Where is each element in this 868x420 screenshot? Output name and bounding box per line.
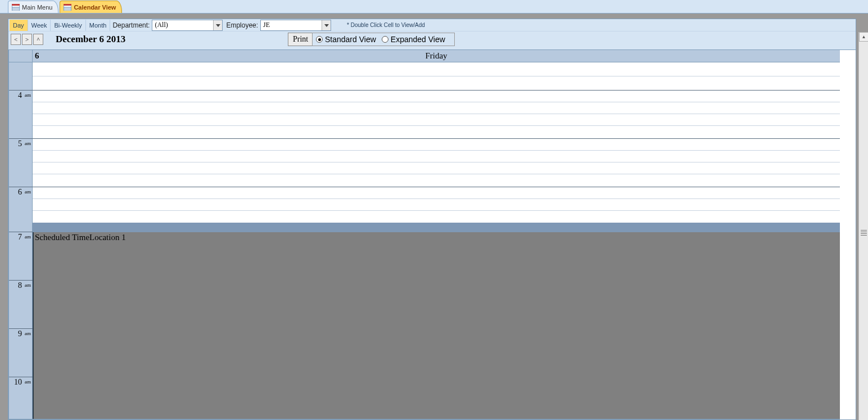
hour-label: 6am (9, 187, 33, 232)
vertical-scrollbar[interactable]: ▲ ▼ (858, 32, 868, 420)
hour-cell[interactable] (33, 139, 840, 187)
date-title: December 6 2013 (56, 34, 125, 45)
day-column-header[interactable]: 6 Friday (33, 50, 840, 62)
hour-number: 4 (18, 91, 22, 100)
inner-blank-column (840, 49, 856, 419)
form-icon (64, 4, 71, 11)
hour-number: 5 (18, 139, 22, 148)
hour-ampm: am (25, 282, 31, 288)
time-slot[interactable] (33, 114, 840, 126)
time-gutter-header (9, 50, 33, 62)
hint-text: * Double Click Cell to View/Add (347, 22, 425, 28)
calendar-grid: 6 Friday 4am5am6am7am8am9am10amScheduled… (8, 49, 840, 419)
nav-row: < > ^ December 6 2013 Print Standard Vie… (8, 31, 856, 47)
svg-rect-5 (64, 4, 71, 6)
tab-label: Calendar View (74, 4, 116, 11)
hour-cell[interactable] (33, 62, 840, 90)
hour-number: 7 (18, 233, 22, 242)
time-slot[interactable] (33, 62, 840, 76)
hour-number: 6 (18, 188, 22, 197)
hour-cell[interactable] (33, 187, 840, 232)
time-slot[interactable] (33, 174, 840, 186)
up-button[interactable]: ^ (33, 34, 43, 45)
tab-calendar-view[interactable]: Calendar View (60, 1, 122, 13)
hour-row: 5am (9, 139, 840, 187)
hour-number: 8 (18, 281, 22, 290)
department-value: (All) (152, 21, 213, 29)
hour-label: 10am (9, 377, 33, 419)
appointment-block[interactable]: Scheduled TimeLocation 1 (33, 232, 840, 419)
document-tabs: Main Menu Calendar View (0, 0, 868, 13)
view-month-button[interactable]: Month (86, 20, 111, 31)
prev-button[interactable]: < (11, 34, 21, 45)
form-icon (12, 4, 20, 11)
time-slot[interactable] (33, 162, 840, 174)
workspace: Day Week Bi-Weekly Month Department: (Al… (0, 13, 868, 420)
hour-row (9, 62, 840, 91)
hour-ampm: am (25, 92, 31, 98)
view-toolbar: Day Week Bi-Weekly Month Department: (Al… (8, 19, 856, 31)
radio-icon (382, 36, 388, 43)
appointment-label: Scheduled TimeLocation 1 (34, 232, 840, 243)
time-divider-band (33, 223, 840, 232)
tab-label: Main Menu (22, 4, 52, 11)
standard-view-radio[interactable]: Standard View (316, 35, 376, 44)
employee-value: JE (261, 21, 322, 29)
hour-label (9, 62, 33, 90)
view-week-button[interactable]: Week (28, 20, 51, 31)
hour-label: 4am (9, 91, 33, 138)
hour-label: 9am (9, 329, 33, 377)
hour-ampm: am (25, 189, 31, 195)
hour-row: 4am (9, 91, 840, 139)
radio-icon (316, 36, 323, 43)
time-slot[interactable] (33, 151, 840, 162)
employee-label: Employee: (226, 21, 258, 29)
hour-label: 8am (9, 281, 33, 328)
grid-body: 4am5am6am7am8am9am10amScheduled TimeLoca… (9, 62, 840, 419)
hour-ampm: am (25, 331, 31, 336)
svg-rect-1 (12, 4, 20, 6)
day-number: 6 (35, 51, 39, 61)
calendar-panel: Day Week Bi-Weekly Month Department: (Al… (8, 19, 856, 420)
time-slot[interactable] (33, 76, 840, 91)
next-button[interactable]: > (22, 34, 32, 45)
hour-cell[interactable] (33, 91, 840, 138)
hour-number: 10 (14, 378, 22, 387)
radio-label: Expanded View (391, 35, 445, 44)
day-header: 6 Friday (9, 50, 840, 62)
scroll-grip-icon[interactable] (861, 230, 867, 236)
hour-label: 5am (9, 139, 33, 187)
radio-label: Standard View (325, 35, 376, 44)
hour-ampm: am (25, 379, 31, 385)
time-slot[interactable] (33, 91, 840, 102)
department-combo[interactable]: (All) (152, 20, 223, 31)
employee-combo[interactable]: JE (260, 20, 331, 31)
time-slot[interactable] (33, 126, 840, 138)
dropdown-icon[interactable] (213, 20, 222, 30)
view-mode-group: Standard View Expanded View (312, 33, 455, 46)
tab-main-menu[interactable]: Main Menu (8, 1, 58, 13)
hour-ampm: am (25, 141, 31, 146)
print-button[interactable]: Print (288, 33, 313, 46)
time-slot[interactable] (33, 139, 840, 151)
hour-label: 7am (9, 232, 33, 280)
expanded-view-radio[interactable]: Expanded View (382, 35, 445, 44)
hour-number: 9 (18, 329, 22, 338)
department-label: Department: (112, 21, 150, 29)
time-slot[interactable] (33, 102, 840, 114)
scroll-up-icon[interactable]: ▲ (859, 32, 868, 42)
day-name: Friday (425, 51, 447, 61)
hour-row: 6am (9, 187, 840, 232)
view-day-button[interactable]: Day (10, 20, 28, 31)
dropdown-icon[interactable] (322, 20, 331, 30)
view-biweekly-button[interactable]: Bi-Weekly (51, 20, 85, 31)
hour-ampm: am (25, 234, 31, 240)
